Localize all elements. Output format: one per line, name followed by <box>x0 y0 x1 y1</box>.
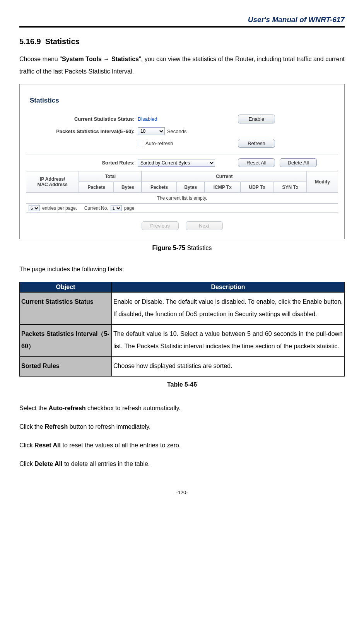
intro-menu-2: Statistics <box>111 56 139 62</box>
entries-per-page-select[interactable]: 5 <box>29 205 40 211</box>
note-text: to reset the values of all the entries t… <box>61 442 181 449</box>
intro-arrow: → <box>102 56 111 62</box>
col-syn: SYN Tx <box>274 182 307 193</box>
desc-current-status: Enable or Disable. The default value is … <box>112 293 345 325</box>
table-row: Sorted Rules Choose how displayed statis… <box>20 357 345 377</box>
note-refresh: Click the Refresh button to refresh imme… <box>19 421 345 433</box>
note-bold: Refresh <box>45 423 68 430</box>
note-text: checkbox to refresh automatically. <box>86 405 181 411</box>
desc-sorted-rules: Choose how displayed statistics are sort… <box>112 357 345 377</box>
note-auto-refresh: Select the Auto-refresh checkbox to refr… <box>19 402 345 414</box>
label-current-status: Current Statistics Status: <box>26 116 138 122</box>
col-udp: UDP Tx <box>241 182 274 193</box>
current-no-label: Current No. <box>84 205 108 211</box>
table-caption: Table 5-46 <box>19 381 345 388</box>
obj-table-header-object: Object <box>20 282 112 293</box>
obj-current-status: Current Statistics Status <box>20 293 112 325</box>
interval-select[interactable]: 10 <box>138 127 165 135</box>
row-auto-refresh: Auto-refresh Refresh <box>26 139 338 148</box>
row-current-status: Current Statistics Status: Disabled Enab… <box>26 115 338 123</box>
col-current-packets: Packets <box>142 182 176 193</box>
note-text: Select the <box>19 405 49 411</box>
obj-table-header-desc: Description <box>112 282 345 293</box>
panel-divider <box>26 154 338 154</box>
delete-all-button[interactable]: Delete All <box>280 158 317 167</box>
figure-caption-rest: Statistics <box>185 245 212 251</box>
entries-per-page-label: entries per page. <box>42 205 77 211</box>
note-bold: Reset All <box>34 442 61 449</box>
enable-button[interactable]: Enable <box>238 115 275 123</box>
auto-refresh-label: Auto-refresh <box>145 140 173 146</box>
grid-footer: 5 entries per page. Current No. 1 page <box>26 204 338 213</box>
panel-title: Statistics <box>30 97 338 104</box>
note-bold: Delete All <box>34 461 62 467</box>
sorted-rules-select[interactable]: Sorted by Current Bytes <box>138 159 215 167</box>
obj-interval: Packets Statistics Interval（5-60） <box>20 325 112 357</box>
statistics-screenshot: Statistics Current Statistics Status: Di… <box>19 84 345 239</box>
stats-grid-wrap: IP Address/ MAC Address Total Current Mo… <box>26 171 338 213</box>
pager: Previous Next <box>26 221 338 230</box>
note-bold: Auto-refresh <box>49 405 86 411</box>
col-ip-mac: IP Address/ MAC Address <box>26 171 79 193</box>
note-reset-all: Click Reset All to reset the values of a… <box>19 439 345 452</box>
col-group-total: Total <box>79 171 142 182</box>
page-number: -120- <box>19 490 345 495</box>
label-sorted-rules: Sorted Rules: <box>26 160 138 166</box>
intro-text-1: Choose menu " <box>19 56 62 62</box>
interval-unit: Seconds <box>167 128 187 134</box>
desc-text: Enable or Disable. The default value is … <box>113 298 303 305</box>
figure-caption: Figure 5-75 Statistics <box>19 245 345 252</box>
next-button[interactable]: Next <box>186 221 223 230</box>
note-text: Click <box>19 442 34 449</box>
section-heading: 5.16.9 Statistics <box>19 37 345 46</box>
section-number: 5.16.9 <box>19 37 41 46</box>
note-text: Click the <box>19 423 45 430</box>
figure-caption-bold: Figure 5-75 <box>152 245 185 251</box>
divider-top-thick <box>19 26 345 27</box>
note-text: button to refresh immediately. <box>68 423 150 430</box>
intro-paragraph: Choose menu "System Tools → Statistics",… <box>19 53 345 78</box>
col-modify: Modify <box>307 171 338 193</box>
empty-list-message: The current list is empty. <box>26 193 338 204</box>
col-total-bytes: Bytes <box>114 182 142 193</box>
previous-button[interactable]: Previous <box>142 221 179 230</box>
divider-top-thin <box>19 27 345 28</box>
col-total-packets: Packets <box>79 182 114 193</box>
section-title: Statistics <box>45 37 80 46</box>
row-sorted-rules: Sorted Rules: Sorted by Current Bytes Re… <box>26 158 338 167</box>
auto-refresh-checkbox[interactable] <box>138 141 143 146</box>
desc-interval: The default value is 10. Select a value … <box>112 325 345 357</box>
col-icmp: ICMP Tx <box>205 182 241 193</box>
reset-all-button[interactable]: Reset All <box>238 158 275 167</box>
note-text: Click <box>19 461 34 467</box>
page-number-select[interactable]: 1 <box>111 205 122 211</box>
note-text: to delete all entries in the table. <box>62 461 150 467</box>
intro-menu-1: System Tools <box>62 56 102 62</box>
refresh-button[interactable]: Refresh <box>238 139 275 148</box>
table-row: Current Statistics Status Enable or Disa… <box>20 293 345 325</box>
value-current-status: Disabled <box>138 116 157 122</box>
desc-bold: Enable <box>303 298 322 305</box>
obj-sorted-rules: Sorted Rules <box>20 357 112 377</box>
label-interval: Packets Statistics Interval(5~60): <box>26 128 138 134</box>
fields-intro: The page includes the following fields: <box>19 263 345 276</box>
page-label: page <box>124 205 135 211</box>
manual-title: User's Manual of WNRT-617 <box>19 15 345 24</box>
table-row: Packets Statistics Interval（5-60） The de… <box>20 325 345 357</box>
row-interval: Packets Statistics Interval(5~60): 10 Se… <box>26 127 338 135</box>
col-current-bytes: Bytes <box>177 182 205 193</box>
col-group-current: Current <box>142 171 307 182</box>
object-description-table: Object Description Current Statistics St… <box>19 282 345 377</box>
note-delete-all: Click Delete All to delete all entries i… <box>19 458 345 470</box>
stats-grid: IP Address/ MAC Address Total Current Mo… <box>26 171 338 204</box>
